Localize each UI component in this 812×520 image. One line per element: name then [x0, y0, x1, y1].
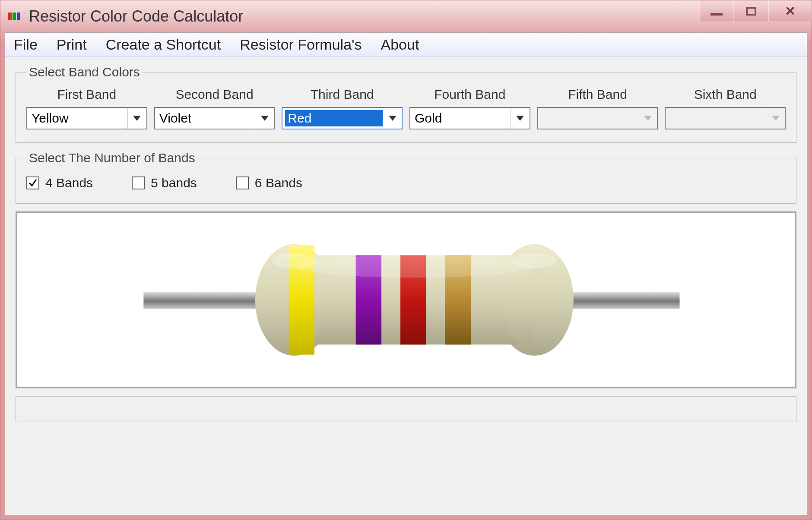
four-bands-label: 4 Bands	[45, 176, 93, 190]
five-bands-option[interactable]: 5 bands	[132, 176, 197, 190]
dropdown-arrow-icon	[766, 108, 785, 129]
menu-resistor-formulas[interactable]: Resistor Formula's	[240, 36, 362, 53]
menu-file[interactable]: File	[14, 36, 38, 53]
svg-point-13	[512, 253, 557, 268]
fifth-band-combo	[537, 107, 658, 129]
first-band-col: First Band Yellow	[26, 87, 147, 129]
dropdown-arrow-icon[interactable]	[255, 108, 274, 129]
dropdown-arrow-icon	[638, 108, 657, 129]
third-band-combo[interactable]: Red	[282, 107, 403, 129]
window-title: Resistor Color Code Calculator	[29, 7, 243, 25]
minimize-button[interactable]	[699, 0, 734, 22]
dropdown-arrow-icon[interactable]	[127, 108, 146, 129]
dropdown-arrow-icon[interactable]	[383, 108, 402, 129]
menu-about[interactable]: About	[381, 36, 419, 53]
six-bands-checkbox[interactable]	[236, 176, 249, 189]
band-colors-legend: Select Band Colors	[26, 65, 143, 79]
second-band-col: Second Band Violet	[154, 87, 275, 129]
first-band-combo[interactable]: Yellow	[26, 107, 147, 129]
six-bands-label: 6 Bands	[255, 176, 302, 190]
menu-create-shortcut[interactable]: Create a Shortcut	[106, 36, 221, 53]
band-row: First Band Yellow Second Band Violet Thi…	[26, 87, 786, 129]
fifth-band-label: Fifth Band	[568, 87, 627, 102]
svg-point-12	[272, 253, 317, 268]
fourth-band-label: Fourth Band	[434, 87, 505, 102]
six-bands-option[interactable]: 6 Bands	[236, 176, 302, 190]
maximize-button[interactable]	[734, 0, 768, 22]
resistor-preview-panel	[16, 211, 796, 388]
first-band-label: First Band	[57, 87, 116, 102]
five-bands-checkbox[interactable]	[132, 176, 145, 189]
menubar: File Print Create a Shortcut Resistor Fo…	[5, 33, 807, 57]
four-bands-checkbox[interactable]	[26, 176, 39, 189]
second-band-label: Second Band	[175, 87, 253, 102]
num-bands-legend: Select The Number of Bands	[26, 151, 198, 165]
fourth-band-combo[interactable]: Gold	[409, 107, 530, 129]
sixth-band-label: Sixth Band	[694, 87, 757, 102]
app-icon	[8, 13, 20, 20]
window-controls: ✕	[699, 0, 812, 22]
client-area: File Print Create a Shortcut Resistor Fo…	[5, 32, 807, 515]
bottom-panel	[16, 396, 796, 422]
second-band-combo[interactable]: Violet	[154, 107, 275, 129]
select-band-colors-group: Select Band Colors First Band Yellow Sec…	[16, 65, 796, 143]
app-window: Resistor Color Code Calculator ✕ File Pr…	[0, 0, 812, 520]
five-bands-label: 5 bands	[151, 176, 197, 190]
svg-rect-1	[557, 292, 679, 309]
first-band-value: Yellow	[27, 111, 127, 126]
fourth-band-value: Gold	[410, 111, 511, 126]
dropdown-arrow-icon[interactable]	[511, 108, 530, 129]
resistor-image	[26, 222, 786, 378]
sixth-band-col: Sixth Band	[665, 87, 786, 129]
svg-point-11	[297, 255, 532, 278]
menu-print[interactable]: Print	[57, 36, 87, 53]
fourth-band-col: Fourth Band Gold	[409, 87, 530, 129]
third-band-value: Red	[285, 110, 383, 126]
titlebar[interactable]: Resistor Color Code Calculator ✕	[0, 0, 812, 32]
fifth-band-col: Fifth Band	[537, 87, 658, 129]
close-button[interactable]: ✕	[768, 0, 812, 22]
four-bands-option[interactable]: 4 Bands	[26, 176, 93, 190]
second-band-value: Violet	[155, 111, 255, 126]
third-band-col: Third Band Red	[282, 87, 403, 129]
num-bands-row: 4 Bands 5 bands 6 Bands	[26, 176, 786, 190]
select-num-bands-group: Select The Number of Bands 4 Bands 5 ban…	[16, 151, 796, 204]
third-band-label: Third Band	[311, 87, 374, 102]
sixth-band-combo	[665, 107, 786, 129]
